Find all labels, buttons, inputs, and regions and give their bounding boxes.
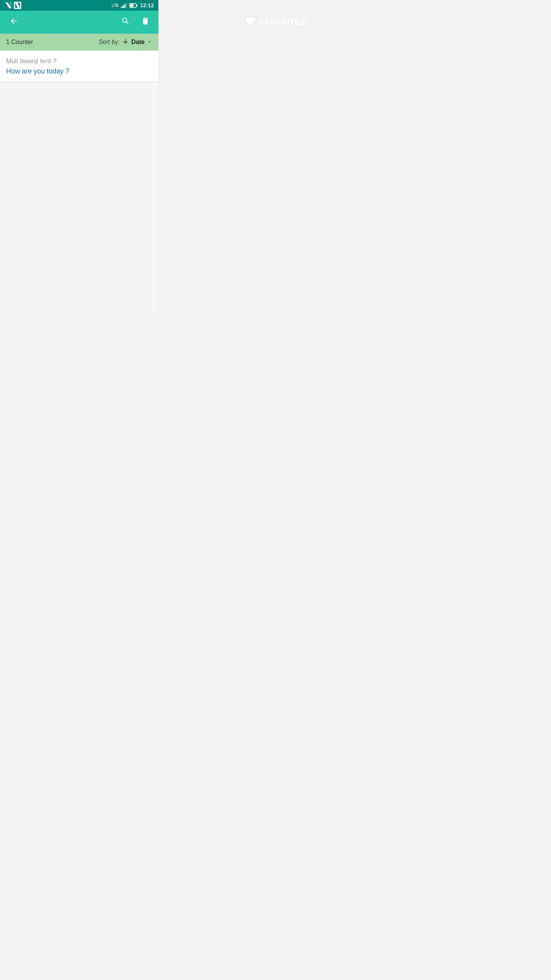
search-button[interactable] — [119, 14, 132, 30]
svg-rect-9 — [137, 5, 138, 7]
n-logo-1 — [5, 2, 12, 9]
svg-rect-5 — [122, 5, 124, 8]
time-label: 12:12 — [140, 2, 154, 8]
empty-area — [0, 82, 158, 312]
back-button[interactable] — [6, 13, 21, 31]
status-left — [5, 2, 21, 9]
svg-rect-6 — [124, 4, 125, 8]
content-area: Muli bwanji lero ? How are you today ? — [0, 51, 158, 312]
app-bar: FAVORITES — [0, 11, 158, 34]
signal-icon — [121, 3, 127, 8]
sort-controls[interactable]: Sort by: Date — [99, 38, 152, 47]
app-bar-actions — [119, 14, 152, 30]
svg-text:⚡: ⚡ — [131, 4, 135, 8]
status-bar: LTE ⚡ 12:12 — [0, 0, 158, 11]
status-right: LTE ⚡ 12:12 — [112, 2, 154, 8]
list-item[interactable]: Muli bwanji lero ? How are you today ? — [0, 51, 158, 82]
svg-marker-3 — [15, 3, 20, 8]
delete-button[interactable] — [139, 14, 152, 30]
svg-rect-7 — [126, 3, 127, 8]
original-text: Muli bwanji lero ? — [6, 57, 152, 65]
svg-rect-4 — [121, 7, 122, 8]
translated-text: How are you today ? — [6, 67, 152, 75]
battery-icon: ⚡ — [129, 3, 138, 8]
counter-label: 1 Counter — [6, 39, 33, 46]
lte-label: LTE — [112, 3, 119, 8]
sort-by-label: Sort by: — [99, 39, 120, 46]
sort-value-label: Date — [131, 39, 145, 46]
n-logo-2 — [14, 2, 21, 9]
dropdown-arrow-icon — [147, 39, 152, 46]
sort-bar: 1 Counter Sort by: Date — [0, 34, 158, 51]
sort-direction-icon — [122, 38, 129, 47]
